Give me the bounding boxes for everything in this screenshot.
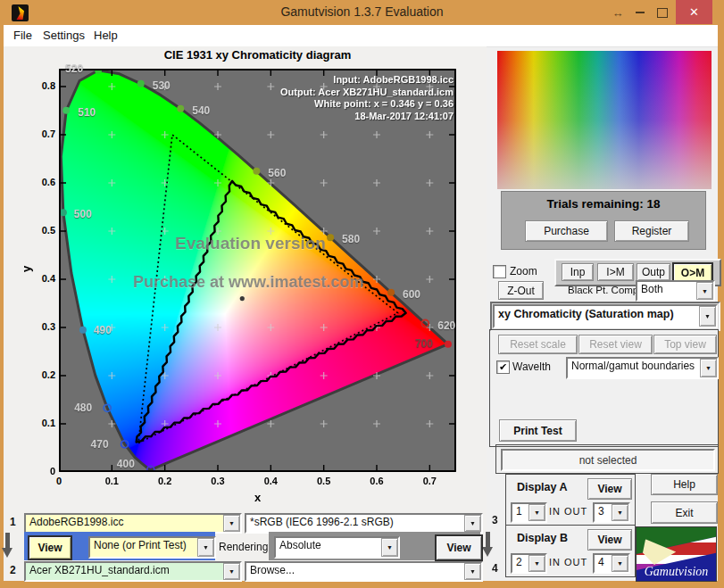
x-tick-label: 0.6 xyxy=(364,476,389,486)
y-tick-label: 0.5 xyxy=(21,225,55,236)
wavelth-checkbox-label: Wavelth xyxy=(512,360,551,373)
register-button[interactable]: Register xyxy=(614,220,689,242)
watermark-evaluation: Evaluation version xyxy=(175,234,326,253)
purchase-button[interactable]: Purchase xyxy=(525,220,608,242)
display-b-out-select[interactable]: 4 ▼ xyxy=(593,553,630,574)
close-button[interactable]: ✕ xyxy=(676,0,712,24)
wavelength-label-620: 620 xyxy=(437,319,455,332)
minimize-button[interactable] xyxy=(630,3,650,22)
y-tick-label: 0.8 xyxy=(21,80,55,91)
menu-help[interactable]: Help xyxy=(94,29,118,42)
input-to-monitor-button[interactable]: I>M xyxy=(597,263,634,281)
dropdown-arrow-icon[interactable]: ▼ xyxy=(700,359,717,377)
display-b-view-button[interactable]: View xyxy=(587,529,632,551)
y-tick-label: 0.2 xyxy=(21,369,55,380)
watermark-purchase: Purchase at www.imatest.com xyxy=(133,273,363,292)
reset-scale-button[interactable]: Reset scale xyxy=(498,335,578,354)
boundaries-value: Normal/gamut boundaries xyxy=(568,359,700,377)
annotation-input: Input: AdobeRGB1998.icc xyxy=(179,74,454,87)
x-tick-label: 0.4 xyxy=(258,476,283,486)
display-a-in-select[interactable]: 1 ▼ xyxy=(511,502,547,523)
reset-view-button[interactable]: Reset view xyxy=(578,335,653,354)
wavelength-label-580: 580 xyxy=(342,233,360,245)
wavelength-label-600: 600 xyxy=(403,288,420,301)
y-axis-label: y xyxy=(20,266,33,272)
down-arrow-icon xyxy=(482,532,494,557)
reference-profile-value: *sRGB (IEC6 1996-2.1 sRGB) xyxy=(246,515,464,532)
reference-profile-select[interactable]: *sRGB (IEC6 1996-2.1 sRGB) ▼ xyxy=(245,513,483,534)
browse-value: Browse... xyxy=(246,563,464,580)
browse-select[interactable]: Browse... ▼ xyxy=(245,561,483,582)
x-tick-label: 0.7 xyxy=(417,476,442,486)
dropdown-arrow-icon[interactable]: ▼ xyxy=(612,555,628,572)
menu-settings[interactable]: Settings xyxy=(43,29,85,42)
display-b-in-select[interactable]: 2 ▼ xyxy=(511,553,547,574)
dropdown-arrow-icon[interactable]: ▼ xyxy=(696,282,713,300)
row2-number: 2 xyxy=(10,564,16,576)
display-a-view-button[interactable]: View xyxy=(587,478,632,500)
dropdown-arrow-icon[interactable]: ▼ xyxy=(464,515,481,532)
row1-number: 1 xyxy=(10,516,16,528)
inp-button[interactable]: Inp xyxy=(562,263,594,281)
dropdown-arrow-icon[interactable]: ▼ xyxy=(223,563,240,580)
display-a-out-select[interactable]: 3 ▼ xyxy=(593,502,630,523)
black-pt-comp-select[interactable]: Both ▼ xyxy=(636,280,715,302)
y-tick-label: 0.1 xyxy=(21,418,55,428)
dropdown-arrow-icon[interactable]: ▼ xyxy=(528,504,545,521)
wavelth-checkbox[interactable]: ✔ xyxy=(496,360,510,374)
exit-button[interactable]: Exit xyxy=(651,501,718,524)
outp-button[interactable]: Outp xyxy=(637,263,670,281)
top-view-button[interactable]: Top view xyxy=(653,335,717,354)
gamutvision-window: Gamutvision 1.3.7 Evaluation ↔ ✕ File Se… xyxy=(0,0,724,588)
display-b-inout-label: IN OUT xyxy=(549,557,587,567)
display-b-in-value: 2 xyxy=(512,555,528,572)
dropdown-arrow-icon[interactable]: ▼ xyxy=(381,538,398,557)
chromaticity-plot[interactable] xyxy=(59,69,456,472)
view-output-button[interactable]: View xyxy=(435,534,483,561)
rendering-intent-value: Absolute xyxy=(276,538,381,557)
print-test-button[interactable]: Print Test xyxy=(499,419,577,442)
plot-annotations: Input: AdobeRGB1998.icc Output: Acer XB2… xyxy=(179,74,454,122)
rendering-label: Rendering xyxy=(219,541,268,553)
boundaries-select[interactable]: Normal/gamut boundaries ▼ xyxy=(566,357,719,379)
dropdown-arrow-icon[interactable]: ▼ xyxy=(612,504,628,521)
dropdown-arrow-icon[interactable]: ▼ xyxy=(528,555,545,572)
dropdown-arrow-icon[interactable]: ▼ xyxy=(464,563,481,580)
view-transform-button[interactable]: View xyxy=(28,535,72,560)
print-test-select[interactable]: None (or Print Test) ▼ xyxy=(88,536,216,559)
z-out-button[interactable]: Z-Out xyxy=(498,281,544,300)
dropdown-arrow-icon[interactable]: ▼ xyxy=(699,306,716,327)
view-mode-select[interactable]: xy Chromaticity (Saturation map) ▼ xyxy=(493,304,718,328)
dropdown-arrow-icon[interactable]: ▼ xyxy=(197,538,214,557)
trials-remaining-text: Trials remaining: 18 xyxy=(502,197,705,211)
input-profile-select[interactable]: AdobeRGB1998.icc ▼ xyxy=(24,513,242,534)
y-tick-label: 0.3 xyxy=(21,321,55,332)
y-tick-label: 0.7 xyxy=(21,128,55,139)
dropdown-arrow-icon[interactable]: ▼ xyxy=(223,515,240,532)
menu-bar: File Settings Help xyxy=(4,25,718,47)
display-a-in-value: 1 xyxy=(512,504,528,521)
display-a-inout-label: IN OUT xyxy=(549,506,587,517)
wavelength-label-520: 520 xyxy=(65,62,83,75)
wavelength-label-560: 560 xyxy=(268,167,286,179)
menu-file[interactable]: File xyxy=(13,29,32,42)
output-profile-select[interactable]: Acer XB271HU_standard.icm ▼ xyxy=(24,561,242,582)
zoom-checkbox[interactable] xyxy=(493,265,506,278)
wavelength-label-700: 700 xyxy=(415,337,433,350)
y-tick-label: 0.4 xyxy=(21,273,55,284)
annotation-whitepoint: White point: x = 0.346 y = 0.36 xyxy=(179,98,454,111)
print-test-value: None (or Print Test) xyxy=(90,538,197,557)
maximize-button[interactable] xyxy=(653,3,671,22)
display-a-label: Display A xyxy=(517,481,568,493)
x-tick-label: 0 xyxy=(46,476,71,486)
restore-icon[interactable]: ↔ xyxy=(609,3,627,22)
trials-panel: Trials remaining: 18 Purchase Register xyxy=(501,191,706,250)
rendering-intent-select[interactable]: Absolute ▼ xyxy=(274,536,400,559)
black-pt-comp-label: Black Pt. Comp. xyxy=(568,285,641,295)
wavelength-label-530: 530 xyxy=(153,79,171,92)
wavelength-label-480: 480 xyxy=(74,402,92,414)
wavelength-label-470: 470 xyxy=(91,438,109,451)
x-tick-label: 0.1 xyxy=(99,476,124,486)
x-axis-label: x xyxy=(59,491,456,504)
help-button[interactable]: Help xyxy=(651,474,718,495)
